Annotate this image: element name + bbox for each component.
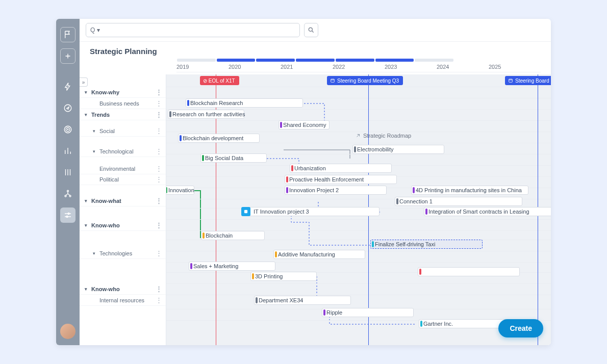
gantt-bar[interactable]: Blockchain Research xyxy=(186,98,303,108)
gantt-bar[interactable]: Shared Economy xyxy=(279,120,330,129)
category-row[interactable]: ▾Trends⋮ xyxy=(80,109,166,120)
gantt-bar[interactable]: Big Social Data xyxy=(200,153,267,163)
gantt-bar[interactable]: Innovation Project 2 xyxy=(285,186,387,195)
svg-rect-10 xyxy=(331,79,335,82)
milestone[interactable]: ⊘ EOL of X1T xyxy=(200,76,239,85)
bar-type-icon xyxy=(241,207,250,216)
sidebar-bolt-icon[interactable] xyxy=(60,79,75,94)
category-row[interactable]: ▾Know-why⋮ xyxy=(80,87,166,98)
sidebar-target-icon[interactable] xyxy=(60,122,75,137)
gantt-bar-label: 3D Printing xyxy=(255,273,283,279)
strategic-roadmap-link[interactable]: Strategic Roadmap xyxy=(355,133,411,139)
gantt-bar[interactable]: Ripple xyxy=(322,308,414,317)
gantt-bar[interactable] xyxy=(418,267,520,276)
svg-rect-11 xyxy=(509,79,513,82)
search-input[interactable] xyxy=(102,27,295,34)
search-input-wrap[interactable]: Q ▾ xyxy=(86,23,300,37)
milestone[interactable]: Steering Board Meeting Q3 xyxy=(327,76,403,85)
category-label: Technologies xyxy=(99,250,132,256)
category-label: Political xyxy=(99,176,119,183)
app-window: » Q ▾ Strategic Planning 201920202021202… xyxy=(56,19,551,345)
category-label: Environmental xyxy=(99,166,135,172)
category-label: Know-why xyxy=(91,89,119,95)
category-row[interactable]: Business needs⋮ xyxy=(80,98,166,109)
category-label: Know-who xyxy=(91,222,120,228)
sidebar-sliders-icon[interactable] xyxy=(60,207,75,223)
sidebar-add[interactable] xyxy=(60,48,75,64)
gantt-bar[interactable]: Department XE34 xyxy=(254,296,351,305)
category-row[interactable]: Environmental⋮ xyxy=(80,163,166,174)
gantt-bar[interactable]: 3D Printing xyxy=(250,272,317,281)
category-row[interactable]: ▾Social⋮ xyxy=(80,125,166,137)
gantt-bar[interactable]: Connection 1 xyxy=(395,197,522,206)
gantt-bar[interactable]: 4D Printing in manufacturing sites in Ch… xyxy=(411,186,528,195)
search-prefix[interactable]: Q ▾ xyxy=(90,27,100,34)
gantt-bar[interactable]: Sales + Marketing xyxy=(189,262,275,271)
category-menu-icon[interactable]: ⋮ xyxy=(156,127,162,135)
gantt-bar[interactable]: Blockchain xyxy=(201,231,265,240)
category-menu-icon[interactable]: ⋮ xyxy=(156,99,162,107)
gantt-bar-label: Ripple xyxy=(326,309,342,316)
topbar: Q ▾ xyxy=(80,19,551,42)
gantt-bar-label: Urbanization xyxy=(294,165,326,171)
category-row[interactable]: ▾Technologies⋮ xyxy=(80,248,166,259)
category-menu-icon[interactable]: ⋮ xyxy=(156,175,162,183)
gantt-bar-label: Big Social Data xyxy=(205,155,243,161)
gantt-bar[interactable]: Research on further activities xyxy=(168,110,244,119)
gantt-bar[interactable]: IT Innovation project 3 xyxy=(242,207,380,216)
category-row[interactable]: Internal resources⋮ xyxy=(80,295,166,306)
gantt-chart[interactable]: ▾Know-why⋮Business needs⋮▾Trends⋮▾Social… xyxy=(80,74,551,345)
gantt-bar-label: Blockchain development xyxy=(183,135,243,141)
sidebar-network-icon[interactable] xyxy=(60,186,75,201)
category-row[interactable]: ▾Know-who⋮ xyxy=(80,220,166,231)
svg-point-1 xyxy=(64,126,71,133)
gantt-bar[interactable]: Electromobility xyxy=(352,145,444,154)
category-row[interactable]: ▾Know-what⋮ xyxy=(80,195,166,206)
avatar[interactable] xyxy=(60,324,75,339)
sidebar-columns-icon[interactable] xyxy=(60,165,75,180)
gantt-bar-label: Sales + Marketing xyxy=(193,263,238,269)
main: Q ▾ Strategic Planning 20192020202120222… xyxy=(80,19,551,345)
create-button[interactable]: Create xyxy=(498,319,543,337)
category-menu-icon[interactable]: ⋮ xyxy=(156,197,162,204)
category-menu-icon[interactable]: ⋮ xyxy=(156,221,162,229)
gantt-bar[interactable]: Additive Manufacturing xyxy=(273,250,365,259)
category-menu-icon[interactable]: ⋮ xyxy=(156,88,162,96)
svg-point-9 xyxy=(309,28,312,31)
milestone[interactable]: Steering Board Meeting Q2 xyxy=(505,76,551,85)
gantt-bar[interactable]: Blockchain development xyxy=(178,134,260,143)
category-column: ▾Know-why⋮Business needs⋮▾Trends⋮▾Social… xyxy=(80,74,166,345)
gantt-bar-label: Blockchain xyxy=(206,232,233,239)
category-label: Know-what xyxy=(91,198,121,204)
year-label: 2024 xyxy=(437,64,489,70)
year-label: 2022 xyxy=(333,64,385,70)
gantt-bar[interactable]: Integration of Smart contracts in Leasin… xyxy=(424,207,551,216)
category-row[interactable]: ▾Know-who⋮ xyxy=(80,283,166,295)
category-menu-icon[interactable]: ⋮ xyxy=(156,147,162,155)
sidebar-flag[interactable] xyxy=(60,27,75,42)
gantt-bar[interactable]: Innovation xyxy=(164,186,194,195)
sidebar-expand-toggle[interactable]: » xyxy=(80,77,88,87)
category-menu-icon[interactable]: ⋮ xyxy=(156,111,162,118)
category-row[interactable]: ▾Technological⋮ xyxy=(80,146,166,157)
gantt-bar[interactable]: Proactive Health Enforcement xyxy=(285,175,397,184)
sidebar xyxy=(56,19,80,345)
gantt-bar[interactable]: Urbanization xyxy=(290,164,392,173)
gantt-bar-label: Finalize Self-driving Taxi xyxy=(375,241,435,247)
gantt-bar-label: Additive Manufacturing xyxy=(278,251,335,257)
sidebar-compass-icon[interactable] xyxy=(60,100,75,116)
year-label: 2019 xyxy=(176,64,229,70)
category-menu-icon[interactable]: ⋮ xyxy=(156,249,162,257)
gantt-bar-label: Integration of Smart contracts in Leasin… xyxy=(428,209,529,215)
gantt-bar[interactable]: Finalize Self-driving Taxi xyxy=(370,240,483,249)
svg-point-2 xyxy=(66,127,70,132)
svg-point-6 xyxy=(69,195,71,197)
year-label: 2021 xyxy=(281,64,333,70)
category-menu-icon[interactable]: ⋮ xyxy=(156,165,162,172)
timeline-mini[interactable] xyxy=(176,59,454,62)
category-row[interactable]: Political⋮ xyxy=(80,174,166,185)
sidebar-barchart-icon[interactable] xyxy=(60,143,75,159)
category-menu-icon[interactable]: ⋮ xyxy=(156,296,162,304)
category-menu-icon[interactable]: ⋮ xyxy=(156,285,162,293)
search-button[interactable] xyxy=(304,23,318,37)
